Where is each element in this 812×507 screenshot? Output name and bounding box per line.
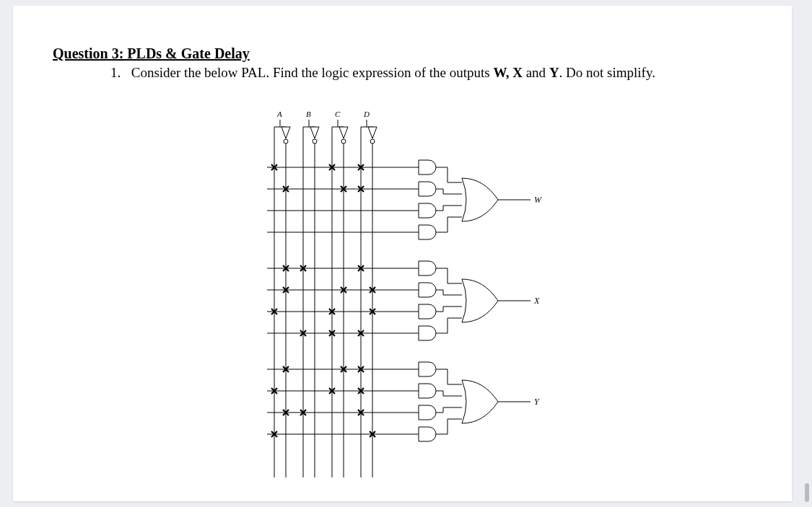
item-text: . Do not simplify. (559, 65, 655, 80)
or-outputs (498, 200, 531, 402)
scrollbar[interactable] (803, 0, 809, 507)
label-A: A (276, 110, 282, 118)
label-Y: Y (534, 397, 540, 407)
scrollbar-thumb[interactable] (805, 483, 809, 502)
svg-marker-9 (310, 127, 319, 138)
label-W: W (534, 195, 542, 205)
item-text: and (523, 65, 549, 80)
and-to-or-wires (436, 167, 462, 434)
and-gates (419, 160, 436, 441)
item-number: 1. (110, 65, 128, 81)
question-item: 1. Consider the below PAL. Find the logi… (53, 65, 756, 81)
product-lines (267, 167, 419, 434)
item-bold: Y (549, 65, 559, 80)
item-bold: W, X (493, 65, 522, 80)
svg-point-22 (370, 139, 375, 144)
svg-point-10 (313, 139, 317, 144)
pal-diagram: A B C (245, 110, 563, 485)
svg-marker-3 (281, 127, 290, 138)
label-X: X (533, 296, 540, 306)
label-C: C (335, 110, 341, 118)
document-page: Question 3: PLDs & Gate Delay 1. Conside… (13, 6, 792, 501)
question-title: Question 3: PLDs & Gate Delay (53, 45, 756, 62)
label-B: B (306, 110, 311, 118)
item-text: Consider the below PAL. Find the logic e… (131, 65, 494, 80)
svg-marker-15 (339, 127, 348, 138)
svg-point-4 (284, 139, 288, 144)
svg-marker-21 (368, 127, 377, 138)
label-D: D (363, 110, 370, 118)
svg-point-16 (341, 139, 346, 144)
input-B: B (303, 110, 319, 477)
fuse-marks (271, 164, 375, 437)
or-gates (462, 178, 498, 423)
